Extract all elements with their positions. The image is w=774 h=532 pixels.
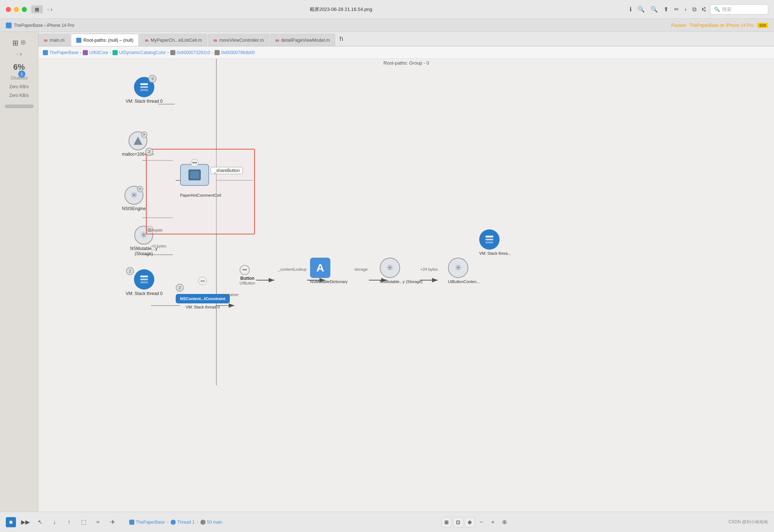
toolbar-icon-arrow-down[interactable]: ↓ bbox=[49, 517, 60, 527]
tab-detail-label: detailPageViewModel.m bbox=[281, 38, 330, 43]
more-tabs-button[interactable]: h bbox=[336, 35, 347, 43]
storage-label: storage bbox=[354, 267, 368, 271]
plus0-bytes-label: +0 bytes bbox=[151, 244, 166, 248]
node-nsmutable-chain[interactable]: ✳ NSMutable...y (Storage) bbox=[380, 258, 423, 284]
toolbar-icon-arrow-nw[interactable]: ↖ bbox=[35, 517, 45, 527]
uibuttoncontent-label: UIButtonConten... bbox=[448, 279, 480, 284]
back-arrow[interactable]: ‹ bbox=[47, 6, 49, 13]
node-nsis[interactable]: ✳ ⟳ NSISEngine bbox=[122, 186, 146, 211]
bottom-bc-main-icon bbox=[200, 520, 205, 525]
bottom-bc-main[interactable]: 50 main bbox=[200, 520, 223, 525]
toolbar-icon-frame[interactable]: ⬚ bbox=[78, 517, 89, 527]
breadcrumb-addr2-label: 0x60000796db00 bbox=[221, 50, 255, 55]
canvas-icon-3[interactable]: ⊕ bbox=[465, 517, 475, 527]
pencil-icon[interactable]: ✏ bbox=[674, 6, 679, 13]
tab-moreview-icon: m bbox=[213, 38, 217, 42]
tab-root-paths[interactable]: Root-paths: (null) – (null) bbox=[71, 34, 139, 46]
toolbar-icon-record[interactable]: ■ bbox=[6, 517, 16, 527]
tab-main-m[interactable]: m main.m bbox=[38, 34, 70, 46]
delegate-label: delegate bbox=[147, 228, 163, 232]
share-icon[interactable]: ⬆ bbox=[664, 6, 668, 13]
node-vm-stack-bottom[interactable]: 2 VM: Stack thread 0 bbox=[126, 269, 163, 296]
nav-buttons: ‹ › bbox=[16, 51, 22, 57]
zoom-out-button[interactable]: − bbox=[476, 517, 486, 527]
svg-rect-21 bbox=[190, 171, 199, 179]
bottom-bc-app-label: ThePaperBase bbox=[136, 520, 165, 525]
window-icon[interactable]: ⧉ bbox=[692, 6, 696, 13]
bottom-bc-sep2: › bbox=[197, 520, 198, 525]
breadcrumb-item-uikit[interactable]: UIKitCore bbox=[83, 50, 108, 55]
sidebar-scrollbar[interactable] bbox=[5, 105, 34, 108]
nscontent-label: VM: Stack thread 0 bbox=[176, 305, 230, 309]
tab-mypaper-label: MyPaperCh...elListCell.m bbox=[151, 38, 202, 43]
zoom-in-button[interactable]: + bbox=[488, 517, 498, 527]
breadcrumb-sep3: › bbox=[167, 50, 169, 55]
zoom-in-icon[interactable]: 🔍 bbox=[651, 6, 658, 13]
node-letter-a[interactable]: A NSMutableDictionary bbox=[310, 258, 347, 284]
accessibility-icon[interactable]: ⑆ bbox=[702, 6, 706, 13]
more-icon[interactable]: › bbox=[685, 6, 687, 13]
maximize-button[interactable] bbox=[22, 7, 27, 12]
nsis-label: NSISEngine bbox=[122, 206, 146, 211]
breadcrumb-item-addr1[interactable]: 0x6000073292c0 bbox=[170, 50, 210, 55]
search-placeholder: 搜索 bbox=[722, 6, 732, 13]
toolbar-icon-play[interactable]: ▶▶ bbox=[20, 517, 30, 527]
breadcrumb-uikit-label: UIKitCore bbox=[89, 50, 108, 55]
grid-icon[interactable]: ⊞ bbox=[12, 38, 19, 47]
nsis-icon-bg: ✳ ⟳ bbox=[125, 186, 143, 205]
tab-rootpaths-label: Root-paths: (null) – (null) bbox=[83, 38, 134, 43]
left-nav-forward[interactable]: › bbox=[20, 51, 22, 57]
status-bar: ThePaperBase › iPhone 14 Pro Paused · Th… bbox=[0, 19, 774, 32]
tab-label: main.m bbox=[50, 38, 65, 43]
left-nav-back[interactable]: ‹ bbox=[16, 51, 18, 57]
toolbar-icon-wave[interactable]: ≈ bbox=[93, 517, 103, 527]
svg-rect-18 bbox=[140, 279, 148, 281]
close-button[interactable] bbox=[6, 7, 11, 12]
breadcrumb-item-uidynamic[interactable]: UIDynamicCatalogColor bbox=[113, 50, 166, 55]
tab-bar: m main.m Root-paths: (null) – (null) m M… bbox=[38, 32, 774, 46]
sidebar-stat1: Zero KB/s bbox=[9, 84, 29, 89]
node-vm-stack-top[interactable]: 9 VM: Stack thread 0 bbox=[126, 77, 163, 104]
svg-rect-16 bbox=[140, 89, 148, 91]
node-uibuttoncontent[interactable]: ✳ UIButtonConten... bbox=[448, 258, 480, 284]
window-title: 截屏2023-06-28 21.16.54.png bbox=[57, 6, 625, 13]
tab-mypaper[interactable]: m MyPaperCh...elListCell.m bbox=[139, 34, 207, 46]
tab-m-icon: m bbox=[44, 38, 48, 42]
canvas-icon-2[interactable]: ⊡ bbox=[453, 517, 463, 527]
tab-moreview[interactable]: m moreViewController.m bbox=[208, 34, 269, 46]
vm-stack-top-label: VM: Stack thread 0 bbox=[126, 99, 163, 104]
zoom-reset-button[interactable]: ⊕ bbox=[500, 517, 510, 527]
malloc-icon-bg: ⟳ bbox=[129, 131, 147, 150]
breadcrumb-uidynamic-label: UIDynamicCatalogColor bbox=[119, 50, 166, 55]
zoom-out-icon[interactable]: 🔍 bbox=[637, 6, 645, 13]
search-bar[interactable]: 🔍 搜索 bbox=[710, 4, 768, 15]
vm-stack-right-label: VM: Stack threa... bbox=[479, 251, 511, 255]
bottom-brand: CSDN @刘小哈哈哈 bbox=[728, 519, 768, 525]
svg-rect-17 bbox=[140, 276, 148, 278]
breadcrumb-paperbase-icon bbox=[43, 50, 48, 55]
minimize-button[interactable] bbox=[14, 7, 19, 12]
forward-arrow[interactable]: › bbox=[50, 6, 52, 13]
search-icon: 🔍 bbox=[714, 7, 720, 12]
node-button-info[interactable]: ••• Button UIButton bbox=[240, 265, 255, 285]
nscontent-row: ••• 2 bbox=[176, 284, 230, 292]
toolbar-icon-send[interactable]: ✈ bbox=[107, 517, 118, 527]
bottom-bc-thread[interactable]: Thread 1 bbox=[171, 520, 195, 525]
sidebar-toggle[interactable]: ⊞ bbox=[31, 5, 43, 13]
breadcrumb-item-paperbase[interactable]: ThePaperBase bbox=[43, 50, 78, 55]
malloc-badge: ⟳ bbox=[141, 131, 147, 138]
info-icon[interactable]: ℹ bbox=[630, 6, 632, 13]
status-app-icon bbox=[6, 22, 12, 28]
node-vm-stack-right[interactable]: VM: Stack threa... bbox=[479, 229, 511, 255]
titlebar: ⊞ ‹ › 截屏2023-06-28 21.16.54.png ℹ 🔍 🔍 ⬆ … bbox=[0, 0, 774, 19]
breadcrumb-addr2-icon bbox=[215, 50, 220, 55]
tab-mypaper-icon: m bbox=[145, 38, 148, 42]
canvas-icon-1[interactable]: ⊞ bbox=[441, 517, 452, 527]
svg-rect-15 bbox=[140, 86, 148, 88]
vm-bottom-badge: 2 bbox=[126, 267, 134, 275]
bottom-bc-paperbase[interactable]: ThePaperBase bbox=[129, 520, 165, 525]
breadcrumb-item-addr2[interactable]: 0x60000796db00 bbox=[215, 50, 255, 55]
toolbar-icon-arrow-up[interactable]: ↑ bbox=[64, 517, 74, 527]
graph-icon[interactable]: ◎ bbox=[21, 38, 26, 47]
tab-detail[interactable]: m detailPageViewModel.m bbox=[270, 34, 335, 46]
